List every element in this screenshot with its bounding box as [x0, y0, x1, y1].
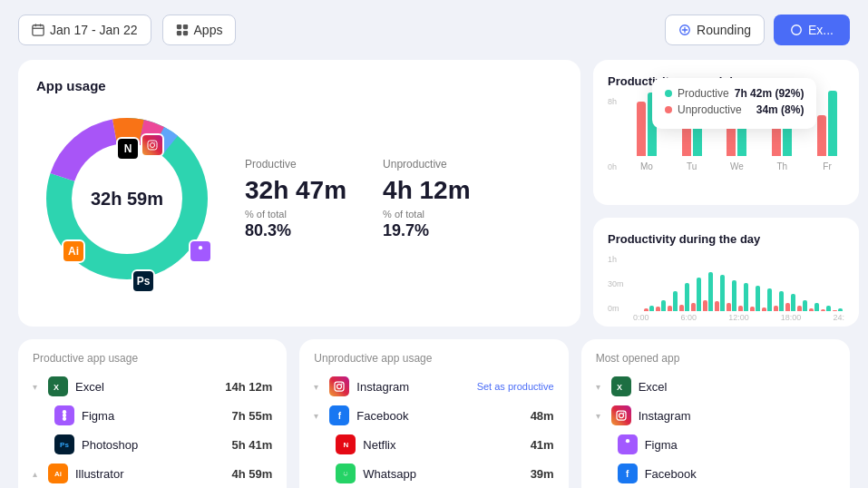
- stats-area: Productive 32h 47m % of total 80.3% Unpr…: [245, 158, 471, 240]
- bar-monday-unprod: [637, 102, 646, 156]
- most-opened-instagram: ▾ Instagram: [596, 401, 835, 430]
- most-opened-card: Most opened app ▾ X Excel ▾ Instagram Fi…: [581, 339, 850, 488]
- day-bar-group: [703, 272, 713, 311]
- apps-icon: [176, 24, 189, 36]
- svg-point-19: [63, 414, 66, 417]
- svg-rect-4: [182, 31, 187, 35]
- unproductive-netflix-row: N Netflix 41m: [314, 430, 553, 459]
- tooltip-productive-label: Productive: [678, 87, 729, 100]
- day-chart-card: Productivity during the day 0m 30m 1h 0:…: [593, 218, 859, 327]
- day-bar-prod: [732, 280, 736, 311]
- apps-label: Apps: [194, 23, 223, 37]
- svg-point-20: [63, 417, 66, 421]
- svg-point-22: [337, 385, 342, 389]
- svg-point-25: [344, 473, 345, 473]
- excel-icon: X: [48, 376, 68, 396]
- rounding-button[interactable]: Rounding: [665, 15, 765, 45]
- day-bar-unprod: [679, 305, 684, 311]
- bar-wednesday-label: We: [730, 161, 744, 171]
- productive-excel-row: ▾ X Excel 14h 12m: [33, 372, 272, 401]
- day-bar-group: [797, 300, 807, 311]
- day-bar-group: [762, 288, 772, 311]
- day-bar-prod: [661, 300, 666, 311]
- svg-rect-21: [335, 382, 344, 391]
- day-bar-unprod: [797, 306, 802, 311]
- svg-rect-3: [176, 31, 180, 35]
- svg-rect-28: [617, 411, 626, 420]
- day-bar-group: [785, 294, 795, 311]
- svg-point-23: [341, 384, 343, 386]
- most-opened-facebook: f Facebook: [596, 459, 835, 488]
- day-bar-unprod: [656, 307, 660, 311]
- day-bar-prod: [685, 283, 689, 311]
- svg-point-24: [341, 469, 350, 478]
- productive-figma-row: Figma 7h 55m: [33, 401, 272, 430]
- export-icon: [790, 24, 803, 36]
- day-bar-prod: [756, 286, 760, 311]
- day-bar-group: [738, 283, 748, 311]
- instagram-list-icon: [329, 376, 349, 396]
- svg-point-26: [346, 473, 347, 473]
- day-bar-unprod: [691, 303, 696, 311]
- day-bar-unprod: [738, 306, 743, 311]
- svg-rect-2: [182, 24, 187, 29]
- day-bar-prod: [814, 303, 819, 311]
- day-bar-prod: [803, 300, 807, 311]
- day-bar-unprod: [715, 301, 719, 311]
- day-chart-body: 0m 30m 1h 0:00 6:00 12:00 18:00 24:: [608, 255, 844, 327]
- svg-rect-0: [33, 25, 44, 35]
- day-bars-container: [633, 255, 844, 311]
- day-bar-group: [644, 306, 654, 311]
- app-usage-panel: App usage: [18, 60, 580, 327]
- unproductive-apps-title: Unproductive app usage: [314, 352, 553, 365]
- day-bar-unprod: [774, 306, 778, 311]
- tooltip-productive-value: 7h 42m (92%): [735, 87, 805, 100]
- productive-stat: Productive 32h 47m % of total 80.3%: [245, 158, 346, 240]
- calendar-icon: [32, 24, 44, 36]
- date-range-label: Jan 17 - Jan 22: [50, 23, 138, 37]
- day-bar-unprod: [703, 300, 707, 311]
- unproductive-label: Unproductive: [383, 158, 471, 171]
- day-bar-prod: [708, 272, 713, 311]
- apps-button[interactable]: Apps: [162, 15, 237, 45]
- day-bar-prod: [744, 283, 748, 311]
- day-bar-group: [750, 286, 760, 311]
- svg-point-31: [626, 439, 629, 443]
- productive-value: 32h 47m: [245, 176, 346, 205]
- unproductive-pct-label: % of total: [383, 209, 471, 220]
- donut-center-text: 32h 59m: [91, 189, 163, 210]
- productive-pct: 80.3%: [245, 221, 346, 240]
- day-bar-prod: [673, 291, 678, 311]
- bottom-panels: Productive app usage ▾ X Excel 14h 12m F…: [0, 339, 868, 488]
- tooltip-productive-dot: [665, 90, 672, 97]
- facebook-list-icon: f: [329, 405, 349, 425]
- day-bar-unprod: [668, 306, 672, 311]
- day-x-labels: 0:00 6:00 12:00 18:00 24:: [633, 313, 844, 322]
- day-bar-group: [774, 291, 784, 311]
- most-opened-title: Most opened app: [596, 352, 835, 365]
- day-bar-unprod: [809, 308, 814, 311]
- main-content: App usage: [0, 60, 868, 327]
- svg-point-30: [623, 413, 625, 415]
- day-bar-prod: [779, 291, 784, 311]
- day-bar-prod: [791, 294, 795, 311]
- tooltip-unproductive-row: Unproductive 34m (8%): [665, 103, 804, 116]
- most-opened-excel: ▾ X Excel: [596, 372, 835, 401]
- day-bar-prod: [826, 306, 831, 311]
- unproductive-instagram-row: ▾ Instagram Set as productive: [314, 372, 553, 401]
- date-range-button[interactable]: Jan 17 - Jan 22: [18, 15, 151, 45]
- svg-text:X: X: [54, 383, 59, 392]
- productive-label: Productive: [245, 158, 346, 171]
- most-facebook-icon: f: [618, 464, 638, 483]
- app-usage-title: App usage: [36, 78, 562, 93]
- illustrator-list-icon: Ai: [48, 464, 68, 483]
- productive-apps-card: Productive app usage ▾ X Excel 14h 12m F…: [18, 339, 287, 488]
- productive-illustrator-row: ▴ Ai Illustrator 4h 59m: [33, 459, 272, 488]
- export-button[interactable]: Ex...: [774, 15, 850, 45]
- day-bar-unprod: [727, 303, 731, 311]
- photoshop-list-icon: Ps: [54, 434, 74, 454]
- unproductive-facebook-row: ▾ f Facebook 48m: [314, 401, 553, 430]
- bar-tuesday-label: Tu: [687, 161, 697, 171]
- day-bar-group: [715, 275, 725, 311]
- svg-point-6: [792, 25, 802, 35]
